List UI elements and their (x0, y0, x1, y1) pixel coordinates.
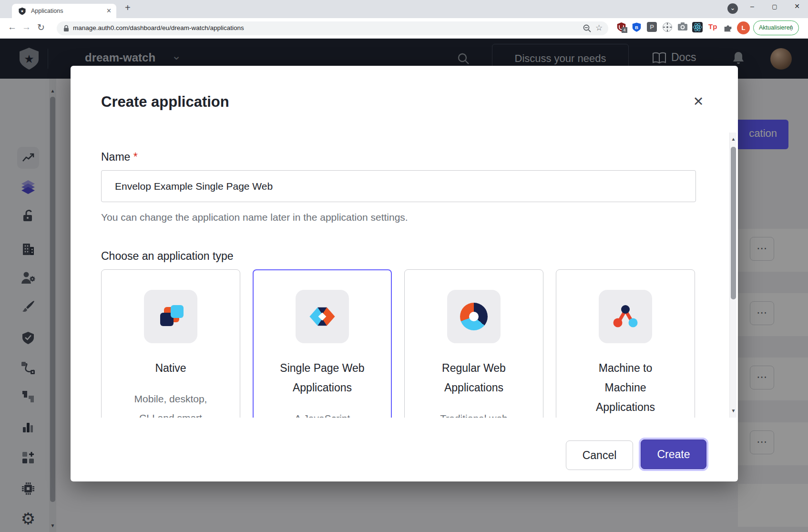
card-description: Mobile, desktop, CLI and smart (131, 389, 211, 418)
tab-close-icon[interactable]: ✕ (106, 7, 112, 14)
application-type-cards: Native Mobile, desktop, CLI and smart Si… (101, 269, 707, 418)
browser-toolbar: ← → ↻ manage.auth0.com/dashboard/eu/drea… (0, 18, 808, 39)
modal-close-button[interactable]: ✕ (688, 92, 708, 112)
back-button[interactable]: ← (8, 22, 17, 32)
scroll-up-icon[interactable]: ▲ (730, 136, 737, 142)
card-machine-to-machine[interactable]: Machine to Machine Applications (556, 269, 695, 418)
application-name-input[interactable] (101, 170, 696, 202)
card-title: Single Page Web Applications (280, 358, 365, 398)
tab-title: Applications (31, 8, 63, 14)
application-type-label: Choose an application type (101, 250, 707, 263)
svg-text:★: ★ (20, 9, 24, 13)
screencapture-extension-icon[interactable] (662, 22, 674, 33)
reload-button[interactable]: ↻ (37, 22, 45, 33)
regular-web-icon (447, 290, 501, 343)
react-devtools-extension-icon[interactable] (692, 22, 703, 32)
chrome-update-button[interactable]: Aktualisieren ⋮ (753, 20, 799, 35)
browser-window: ★ Applications ✕ + ⌄ – ▢ ✕ ← → ↻ manage.… (0, 0, 808, 532)
create-application-modal: Create application ✕ Name * You can chan… (71, 66, 738, 481)
window-maximize-button[interactable]: ▢ (765, 3, 784, 10)
window-minimize-button[interactable]: – (743, 2, 762, 10)
name-field-label: Name * (101, 151, 707, 164)
tab-strip: ★ Applications ✕ + ⌄ – ▢ ✕ (0, 0, 808, 18)
modal-body: Name * You can change the application na… (71, 133, 738, 418)
card-title: Native (128, 358, 213, 378)
card-title: Regular Web Applications (431, 358, 516, 398)
card-native[interactable]: Native Mobile, desktop, CLI and smart (101, 269, 240, 418)
url-text: manage.auth0.com/dashboard/eu/dream-watc… (73, 24, 244, 31)
card-description: Traditional web (434, 409, 514, 418)
chrome-update-icon[interactable]: ⌄ (727, 3, 738, 14)
window-close-button[interactable]: ✕ (788, 2, 807, 10)
modal-title: Create application (101, 93, 229, 111)
card-single-page-web[interactable]: Single Page Web Applications A JavaScrip… (253, 269, 392, 418)
card-description: A JavaScript (282, 409, 362, 418)
bookmark-star-icon[interactable]: ☆ (595, 23, 603, 33)
url-bar[interactable]: manage.auth0.com/dashboard/eu/dream-watc… (57, 21, 608, 35)
modal-scrollbar[interactable]: ▲ ▼ (729, 133, 736, 418)
zoom-icon[interactable] (583, 24, 592, 33)
tp-extension-icon[interactable]: Tp (708, 22, 720, 34)
forward-button[interactable]: → (22, 22, 31, 32)
svg-text:B: B (635, 25, 638, 30)
camera-extension-icon[interactable] (677, 22, 689, 33)
p-extension-icon[interactable]: P (647, 22, 657, 32)
close-icon: ✕ (693, 94, 704, 109)
extensions-puzzle-icon[interactable] (723, 22, 734, 33)
cancel-button[interactable]: Cancel (566, 440, 633, 470)
required-asterisk: * (133, 151, 138, 163)
lock-icon (63, 25, 70, 32)
machine-to-machine-icon (599, 290, 652, 343)
spa-icon (296, 290, 349, 343)
bitwarden-extension-icon[interactable]: B (632, 22, 643, 33)
scroll-down-icon[interactable]: ▼ (730, 408, 737, 413)
ublock-extension-icon[interactable]: 4 (616, 22, 628, 33)
chrome-menu-kebab-icon[interactable]: ⋮ (788, 24, 795, 31)
auth0-favicon-icon: ★ (18, 7, 26, 15)
card-title: Machine to Machine Applications (583, 358, 668, 417)
chrome-profile-avatar[interactable]: L (737, 21, 750, 34)
browser-tab-applications[interactable]: ★ Applications ✕ (12, 4, 116, 18)
new-tab-button[interactable]: + (125, 2, 131, 13)
name-helper-text: You can change the application name late… (101, 212, 707, 223)
card-regular-web[interactable]: Regular Web Applications Traditional web (404, 269, 543, 418)
modal-scrollbar-thumb[interactable] (731, 147, 736, 299)
create-button[interactable]: Create (641, 440, 706, 469)
native-icon (144, 290, 197, 343)
ublock-badge: 4 (622, 27, 627, 33)
